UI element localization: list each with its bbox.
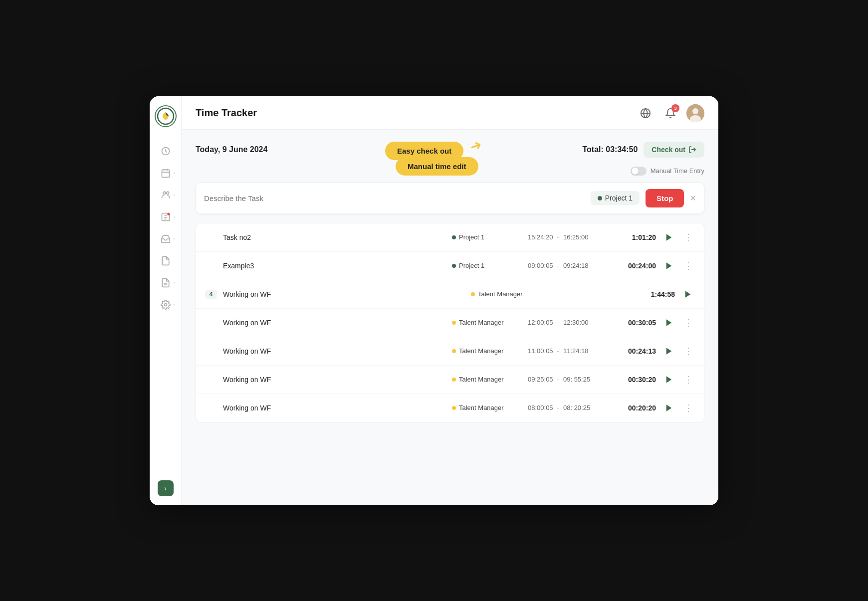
content-area: Today, 9 June 2024 Total: 03:34:50 Check… — [182, 130, 718, 505]
project-info: Talent Manager — [452, 319, 522, 326]
svg-marker-26 — [666, 348, 672, 355]
sidebar-item-history[interactable] — [155, 141, 177, 161]
project-tag[interactable]: Project 1 — [591, 191, 640, 205]
project-dot — [471, 292, 475, 296]
sidebar-item-calendar[interactable]: › — [155, 163, 177, 183]
sidebar-item-inbox[interactable]: › — [155, 229, 177, 249]
start-time: 12:00:05 — [528, 319, 553, 326]
svg-marker-24 — [685, 291, 691, 298]
play-button[interactable] — [662, 373, 676, 387]
more-button[interactable]: ⋮ — [682, 403, 695, 412]
notification-badge: 3 — [671, 104, 679, 112]
start-time: 15:24:20 — [528, 233, 553, 241]
main-content: Time Tracker 3 — [182, 96, 718, 505]
play-button[interactable] — [662, 316, 676, 330]
play-button[interactable] — [662, 344, 676, 358]
table-row: Working on WF Talent Manager 12:00:05 - … — [196, 309, 704, 337]
svg-point-19 — [692, 108, 698, 114]
svg-rect-2 — [162, 170, 169, 177]
time-range: 11:00:05 - 11:24:18 — [528, 347, 615, 355]
more-button[interactable]: ⋮ — [682, 318, 695, 327]
task-name: Working on WF — [223, 319, 446, 327]
duration: 1:44:58 — [640, 290, 675, 298]
play-button[interactable] — [662, 259, 676, 273]
sidebar-item-document2[interactable]: › — [155, 273, 177, 293]
duration: 00:24:13 — [621, 347, 656, 355]
sidebar-item-schedule[interactable]: › — [155, 207, 177, 227]
project-info: Talent Manager — [471, 290, 541, 298]
duration: 1:01:20 — [621, 233, 656, 241]
more-button[interactable]: ⋮ — [682, 375, 695, 384]
chevron-icon: › — [174, 214, 175, 219]
project-name: Project 1 — [605, 194, 633, 202]
svg-marker-25 — [666, 319, 672, 326]
sidebar-bottom: › — [158, 480, 174, 496]
more-button[interactable]: ⋮ — [682, 233, 695, 242]
time-range: 08:00:05 - 08: 20:25 — [528, 404, 615, 411]
task-input[interactable] — [204, 194, 585, 202]
table-row: 4 Working on WF Talent Manager 1:44:58 — [196, 280, 704, 309]
sidebar-item-team[interactable]: › — [155, 185, 177, 205]
more-button[interactable]: ⋮ — [682, 347, 695, 356]
notification-button[interactable]: 3 — [661, 104, 679, 122]
svg-marker-27 — [666, 376, 672, 383]
checkout-icon — [688, 146, 696, 154]
play-button[interactable] — [662, 230, 676, 244]
project-label: Talent Manager — [459, 404, 504, 411]
play-button[interactable] — [662, 401, 676, 415]
project-dot — [452, 321, 456, 325]
manual-time-toggle[interactable] — [631, 167, 647, 176]
project-label: Talent Manager — [459, 347, 504, 355]
checkout-button[interactable]: Check out — [644, 142, 704, 158]
avatar[interactable] — [686, 104, 704, 122]
end-time: 09: 55:25 — [563, 376, 590, 383]
globe-button[interactable] — [637, 104, 654, 122]
chevron-icon: › — [174, 171, 175, 176]
svg-marker-28 — [666, 404, 672, 411]
task-name: Working on WF — [223, 290, 465, 298]
manual-time-edit-tooltip: Manual time edit — [396, 157, 478, 176]
chevron-icon: › — [174, 236, 175, 241]
table-row: Task no2 Project 1 15:24:20 - 16:25:00 1… — [196, 223, 704, 252]
table-row: Working on WF Talent Manager 08:00:05 - … — [196, 394, 704, 422]
end-time: 12:30:00 — [563, 319, 589, 326]
duration: 00:30:20 — [621, 376, 656, 384]
project-info: Talent Manager — [452, 376, 522, 383]
time-range: 09:00:05 - 09:24:18 — [528, 262, 615, 269]
start-time: 11:00:05 — [528, 347, 553, 355]
task-name: Task no2 — [223, 233, 446, 241]
table-row: Example3 Project 1 09:00:05 - 09:24:18 0… — [196, 252, 704, 280]
sidebar-item-document[interactable] — [155, 251, 177, 271]
project-dot — [452, 406, 456, 410]
project-dot — [452, 349, 456, 353]
task-name: Working on WF — [223, 404, 446, 412]
stop-button[interactable]: Stop — [646, 189, 684, 207]
sidebar-expand-button[interactable]: › — [158, 480, 174, 496]
duration: 00:20:20 — [621, 404, 656, 412]
project-info: Talent Manager — [452, 347, 522, 355]
app-title: Time Tracker — [196, 107, 637, 119]
manual-time-label: Manual Time Entry — [651, 167, 704, 175]
close-button[interactable]: × — [690, 193, 696, 203]
entries-list: Task no2 Project 1 15:24:20 - 16:25:00 1… — [196, 223, 704, 422]
play-button[interactable] — [681, 287, 695, 301]
chevron-icon: › — [174, 302, 175, 307]
project-label: Talent Manager — [478, 290, 523, 298]
task-name: Working on WF — [223, 347, 446, 355]
duration: 00:24:00 — [621, 262, 656, 270]
svg-marker-22 — [666, 234, 672, 241]
header-actions: 3 — [637, 104, 704, 122]
sidebar-item-settings[interactable]: › — [155, 295, 177, 315]
project-info: Project 1 — [452, 262, 522, 269]
project-dot — [452, 264, 456, 268]
duration: 00:30:05 — [621, 319, 656, 327]
sidebar-nav: › › › — [155, 141, 177, 480]
app-logo[interactable] — [155, 105, 177, 127]
project-dot — [598, 196, 602, 200]
manual-time-edit-tooltip-container: Manual time edit — [396, 157, 478, 176]
end-time: 09:24:18 — [563, 262, 589, 269]
end-time: 11:24:18 — [563, 347, 589, 355]
more-button[interactable]: ⋮ — [682, 261, 695, 270]
end-time: 08: 20:25 — [563, 404, 590, 411]
timer-bar: Manual time edit Project 1 Stop × — [196, 183, 704, 214]
